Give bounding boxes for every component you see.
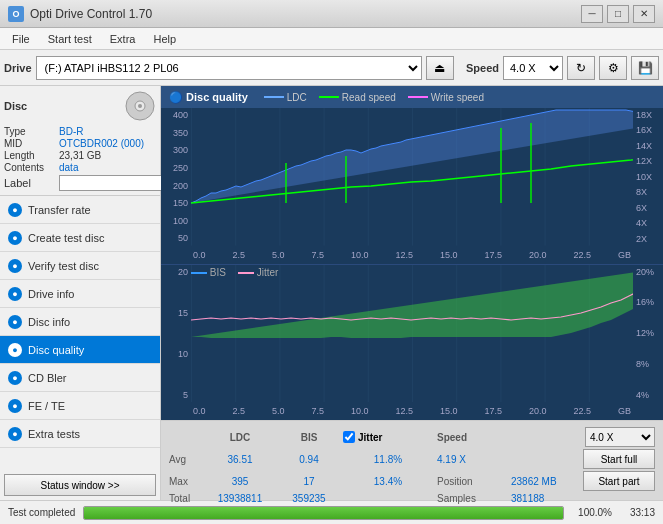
toolbar: Drive (F:) ATAPI iHBS112 2 PL06 ⏏ Speed …: [0, 50, 663, 86]
bottom-chart-svg: [191, 265, 633, 403]
type-label: Type: [4, 126, 59, 137]
cd-bler-label: CD Bler: [28, 372, 67, 384]
nav-item-cd-bler[interactable]: ●CD Bler: [0, 364, 160, 392]
progress-time: 33:13: [620, 507, 655, 518]
drive-info-label: Drive info: [28, 288, 74, 300]
avg-jitter: 11.8%: [343, 454, 433, 465]
app-icon: O: [8, 6, 24, 22]
content-area: 🔵 Disc quality LDC Read speed Write spee…: [161, 86, 663, 500]
nav-item-disc-quality[interactable]: ●Disc quality: [0, 336, 160, 364]
ldc-header: LDC: [205, 432, 275, 443]
bottom-chart-header: BIS Jitter: [191, 267, 278, 278]
type-value: BD-R: [59, 126, 156, 137]
length-label: Length: [4, 150, 59, 161]
disc-info-icon: ●: [8, 315, 22, 329]
speed-select[interactable]: 4.0 X: [503, 56, 563, 80]
mid-label: MID: [4, 138, 59, 149]
jitter-header-label: Jitter: [358, 432, 382, 443]
bottom-chart-x-axis: 0.0 2.5 5.0 7.5 10.0 12.5 15.0 17.5 20.0…: [191, 402, 633, 420]
nav-item-create-test-disc[interactable]: ●Create test disc: [0, 224, 160, 252]
top-chart-y-left: 400 350 300 250 200 150 100 50: [161, 108, 191, 246]
total-ldc: 13938811: [205, 493, 275, 504]
refresh-button[interactable]: ↻: [567, 56, 595, 80]
nav-item-fe-te[interactable]: ●FE / TE: [0, 392, 160, 420]
fe-te-icon: ●: [8, 399, 22, 413]
nav-item-drive-info[interactable]: ●Drive info: [0, 280, 160, 308]
progress-fill: [84, 507, 563, 519]
drive-section: (F:) ATAPI iHBS112 2 PL06: [36, 56, 422, 80]
position-value: 23862 MB: [511, 476, 557, 487]
contents-label: Contents: [4, 162, 59, 173]
verify-test-disc-label: Verify test disc: [28, 260, 99, 272]
jitter-checkbox[interactable]: [343, 431, 355, 443]
progress-track: [83, 506, 564, 520]
avg-bis: 0.94: [279, 454, 339, 465]
menu-start-test[interactable]: Start test: [40, 31, 100, 47]
contents-value: data: [59, 162, 156, 173]
bottom-chart: BIS Jitter 20 15 10 5 20% 16% 12% 8% 4%: [161, 265, 663, 421]
top-chart-x-axis: 0.0 2.5 5.0 7.5 10.0 12.5 15.0 17.5 20.0…: [191, 246, 633, 264]
samples-value: 381188: [511, 493, 544, 504]
drive-label: Drive: [4, 62, 32, 74]
start-part-button[interactable]: Start part: [583, 471, 655, 491]
max-label: Max: [169, 476, 201, 487]
top-chart-svg: [191, 108, 633, 246]
avg-speed: 4.19 X: [437, 454, 507, 465]
disc-quality-label: Disc quality: [28, 344, 84, 356]
disc-panel: Disc Type BD-R MID OTCBDR002 (000) Lengt…: [0, 86, 160, 196]
menu-extra[interactable]: Extra: [102, 31, 144, 47]
transfer-rate-icon: ●: [8, 203, 22, 217]
write-speed-legend: Write speed: [408, 92, 484, 103]
nav-item-verify-test-disc[interactable]: ●Verify test disc: [0, 252, 160, 280]
avg-ldc: 36.51: [205, 454, 275, 465]
drive-info-icon: ●: [8, 287, 22, 301]
menu-file[interactable]: File: [4, 31, 38, 47]
disc-quality-icon: ●: [8, 343, 22, 357]
disc-section-title: Disc: [4, 100, 27, 112]
save-button[interactable]: 💾: [631, 56, 659, 80]
jitter-section: Jitter: [343, 431, 433, 443]
settings-button[interactable]: ⚙: [599, 56, 627, 80]
close-button[interactable]: ✕: [633, 5, 655, 23]
top-chart: 400 350 300 250 200 150 100 50 18X 16X 1…: [161, 108, 663, 265]
position-label: Position: [437, 476, 507, 487]
mid-value: OTCBDR002 (000): [59, 138, 156, 149]
avg-label: Avg: [169, 454, 201, 465]
fe-te-label: FE / TE: [28, 400, 65, 412]
nav-item-disc-info[interactable]: ●Disc info: [0, 308, 160, 336]
menu-help[interactable]: Help: [145, 31, 184, 47]
bis-header: BIS: [279, 432, 339, 443]
sidebar: Disc Type BD-R MID OTCBDR002 (000) Lengt…: [0, 86, 161, 500]
extra-tests-label: Extra tests: [28, 428, 80, 440]
charts-area: 400 350 300 250 200 150 100 50 18X 16X 1…: [161, 108, 663, 420]
nav-menu: ●Transfer rate●Create test disc●Verify t…: [0, 196, 160, 448]
test-speed-select[interactable]: 4.0 X: [585, 427, 655, 447]
length-value: 23,31 GB: [59, 150, 156, 161]
maximize-button[interactable]: □: [607, 5, 629, 23]
minimize-button[interactable]: ─: [581, 5, 603, 23]
chart-header: 🔵 Disc quality LDC Read speed Write spee…: [161, 86, 663, 108]
ldc-legend: LDC: [264, 92, 307, 103]
read-speed-legend: Read speed: [319, 92, 396, 103]
nav-item-extra-tests[interactable]: ●Extra tests: [0, 420, 160, 448]
window-controls: ─ □ ✕: [581, 5, 655, 23]
label-label: Label: [4, 177, 59, 189]
bottom-chart-y-right: 20% 16% 12% 8% 4%: [633, 265, 663, 403]
drive-select[interactable]: (F:) ATAPI iHBS112 2 PL06: [36, 56, 422, 80]
status-window-button[interactable]: Status window >>: [4, 474, 156, 496]
title-bar: O Opti Drive Control 1.70 ─ □ ✕: [0, 0, 663, 28]
disc-info-label: Disc info: [28, 316, 70, 328]
top-chart-y-right: 18X 16X 14X 12X 10X 8X 6X 4X 2X: [633, 108, 663, 246]
stats-bar: LDC BIS Jitter Speed 4.0 X Avg 36.51 0.9…: [161, 420, 663, 500]
chart-legend: LDC Read speed Write speed: [264, 92, 484, 103]
create-test-disc-icon: ●: [8, 231, 22, 245]
eject-button[interactable]: ⏏: [426, 56, 454, 80]
start-full-button[interactable]: Start full: [583, 449, 655, 469]
speed-header: Speed: [437, 432, 507, 443]
chart-title: 🔵 Disc quality: [169, 91, 248, 104]
extra-tests-icon: ●: [8, 427, 22, 441]
max-bis: 17: [279, 476, 339, 487]
nav-item-transfer-rate[interactable]: ●Transfer rate: [0, 196, 160, 224]
create-test-disc-label: Create test disc: [28, 232, 104, 244]
total-label: Total: [169, 493, 201, 504]
